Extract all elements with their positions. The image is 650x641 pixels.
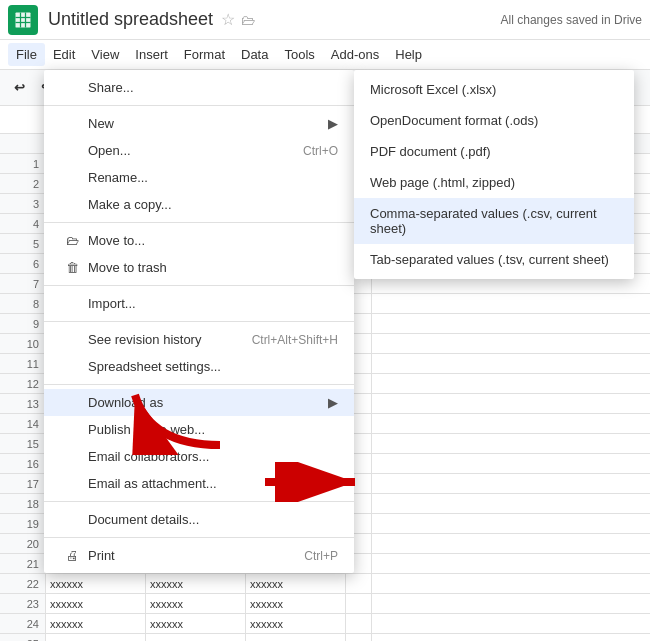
- menu-tools[interactable]: Tools: [276, 43, 322, 66]
- folder-icon[interactable]: 🗁: [241, 12, 255, 28]
- download-html-label: Web page (.html, zipped): [370, 175, 515, 190]
- grid-row-24: xxxxxxxxxxxxxxxxxx: [46, 614, 650, 634]
- menu-print[interactable]: 🖨 Print Ctrl+P: [44, 542, 354, 569]
- download-ods[interactable]: OpenDocument format (.ods): [354, 105, 634, 136]
- row-1-header: 1: [0, 154, 45, 174]
- divider-4: [44, 321, 354, 322]
- menu-file[interactable]: File: [8, 43, 45, 66]
- menu-doc-details-label: Document details...: [88, 512, 199, 527]
- menu-share[interactable]: Share...: [44, 74, 354, 101]
- cell-23-2[interactable]: xxxxxx: [246, 594, 346, 613]
- download-html[interactable]: Web page (.html, zipped): [354, 167, 634, 198]
- menu-rename[interactable]: Rename...: [44, 164, 354, 191]
- menu-publish[interactable]: Publish to the web...: [44, 416, 354, 443]
- download-ods-label: OpenDocument format (.ods): [370, 113, 538, 128]
- menu-addons[interactable]: Add-ons: [323, 43, 387, 66]
- download-xlsx[interactable]: Microsoft Excel (.xlsx): [354, 74, 634, 105]
- menu-new[interactable]: New ▶: [44, 110, 354, 137]
- menu-data[interactable]: Data: [233, 43, 276, 66]
- menu-view[interactable]: View: [83, 43, 127, 66]
- row-4-header: 4: [0, 214, 45, 234]
- row-8-header: 8: [0, 294, 45, 314]
- row-18-header: 18: [0, 494, 45, 514]
- cell-22-0[interactable]: xxxxxx: [46, 574, 146, 593]
- menu-import[interactable]: Import...: [44, 290, 354, 317]
- row-header-corner: [0, 134, 45, 154]
- menu-make-copy[interactable]: Make a copy...: [44, 191, 354, 218]
- row-19-header: 19: [0, 514, 45, 534]
- menu-move-trash-label: Move to trash: [88, 260, 167, 275]
- download-tsv[interactable]: Tab-separated values (.tsv, current shee…: [354, 244, 634, 275]
- menu-move-to[interactable]: 🗁 Move to...: [44, 227, 354, 254]
- menu-open[interactable]: Open... Ctrl+O: [44, 137, 354, 164]
- cell-23-1[interactable]: xxxxxx: [146, 594, 246, 613]
- trash-icon: 🗑: [60, 260, 84, 275]
- row-22-header: 22: [0, 574, 45, 594]
- row-11-header: 11: [0, 354, 45, 374]
- menu-print-label: Print: [88, 548, 115, 563]
- cell-22-2[interactable]: xxxxxx: [246, 574, 346, 593]
- row-3-header: 3: [0, 194, 45, 214]
- cell-23-0[interactable]: xxxxxx: [46, 594, 146, 613]
- row-23-header: 23: [0, 594, 45, 614]
- menu-move-trash[interactable]: 🗑 Move to trash: [44, 254, 354, 281]
- print-shortcut: Ctrl+P: [304, 549, 338, 563]
- menu-collaborators-label: Email collaborators...: [88, 449, 209, 464]
- row-17-header: 17: [0, 474, 45, 494]
- menu-download[interactable]: Download as ▶: [44, 389, 354, 416]
- menu-publish-label: Publish to the web...: [88, 422, 205, 437]
- divider-7: [44, 537, 354, 538]
- row-20-header: 20: [0, 534, 45, 554]
- menu-make-copy-label: Make a copy...: [88, 197, 172, 212]
- cell-25-3[interactable]: [346, 634, 372, 641]
- row-25-header: 25: [0, 634, 45, 641]
- row-9-header: 9: [0, 314, 45, 334]
- menu-revision[interactable]: See revision history Ctrl+Alt+Shift+H: [44, 326, 354, 353]
- menu-help[interactable]: Help: [387, 43, 430, 66]
- cell-25-1[interactable]: xxxxxx: [146, 634, 246, 641]
- undo-btn[interactable]: ↩: [8, 78, 31, 97]
- row-21-header: 21: [0, 554, 45, 574]
- menu-move-to-label: Move to...: [88, 233, 145, 248]
- menu-edit[interactable]: Edit: [45, 43, 83, 66]
- menu-email-attach[interactable]: Email as attachment...: [44, 470, 354, 497]
- document-title[interactable]: Untitled spreadsheet: [48, 9, 213, 30]
- cell-23-3[interactable]: [346, 594, 372, 613]
- download-csv[interactable]: Comma-separated values (.csv, current sh…: [354, 198, 634, 244]
- cell-24-1[interactable]: xxxxxx: [146, 614, 246, 633]
- menu-format[interactable]: Format: [176, 43, 233, 66]
- revision-shortcut: Ctrl+Alt+Shift+H: [252, 333, 338, 347]
- grid-row-23: xxxxxxxxxxxxxxxxxx: [46, 594, 650, 614]
- open-shortcut: Ctrl+O: [303, 144, 338, 158]
- grid-row-22: xxxxxxxxxxxxxxxxxx: [46, 574, 650, 594]
- cell-24-3[interactable]: [346, 614, 372, 633]
- download-pdf-label: PDF document (.pdf): [370, 144, 491, 159]
- cell-22-3[interactable]: [346, 574, 372, 593]
- svg-rect-0: [16, 12, 31, 27]
- download-arrow: ▶: [328, 395, 338, 410]
- menu-insert[interactable]: Insert: [127, 43, 176, 66]
- menu-open-label: Open...: [88, 143, 131, 158]
- download-csv-label: Comma-separated values (.csv, current sh…: [370, 206, 618, 236]
- cell-24-0[interactable]: xxxxxx: [46, 614, 146, 633]
- download-pdf[interactable]: PDF document (.pdf): [354, 136, 634, 167]
- star-icon[interactable]: ☆: [221, 10, 235, 29]
- menu-new-label: New: [88, 116, 114, 131]
- cell-25-2[interactable]: xxxxxx: [246, 634, 346, 641]
- menu-doc-details[interactable]: Document details...: [44, 506, 354, 533]
- menu-collaborators[interactable]: Email collaborators...: [44, 443, 354, 470]
- cell-22-1[interactable]: xxxxxx: [146, 574, 246, 593]
- grid-row-25: xxxxxxxxxxxxxxxxxx: [46, 634, 650, 641]
- top-bar: Untitled spreadsheet ☆ 🗁 All changes sav…: [0, 0, 650, 40]
- menu-settings[interactable]: Spreadsheet settings...: [44, 353, 354, 380]
- menu-import-label: Import...: [88, 296, 136, 311]
- row-headers: 1 2 3 4 5 6 7 8 9 10 11 12 13 14 15 16 1…: [0, 134, 46, 641]
- row-15-header: 15: [0, 434, 45, 454]
- menu-download-label: Download as: [88, 395, 163, 410]
- row-12-header: 12: [0, 374, 45, 394]
- row-24-header: 24: [0, 614, 45, 634]
- cell-24-2[interactable]: xxxxxx: [246, 614, 346, 633]
- cell-25-0[interactable]: xxxxxx: [46, 634, 146, 641]
- row-5-header: 5: [0, 234, 45, 254]
- divider-3: [44, 285, 354, 286]
